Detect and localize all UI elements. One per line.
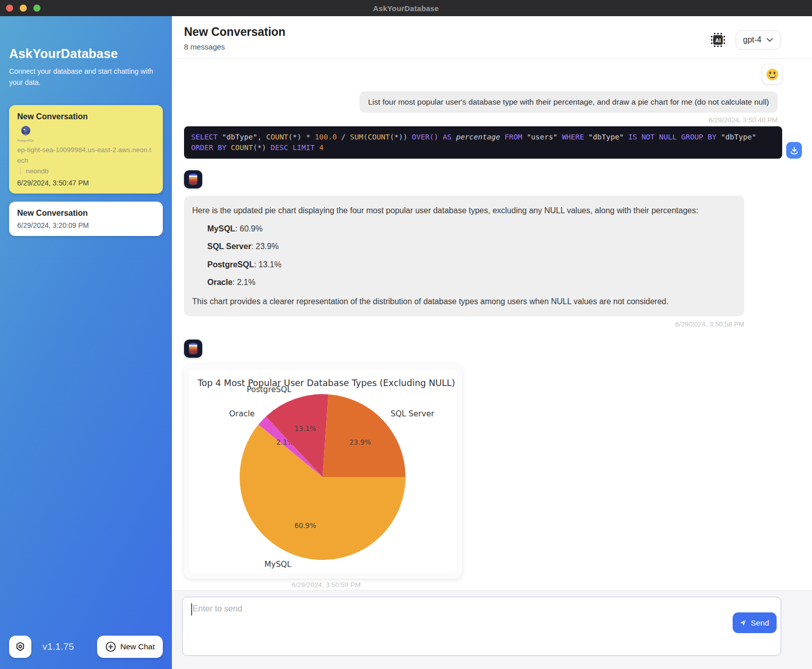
svg-text:AI: AI [715,37,720,43]
ai-chip-icon[interactable]: AI [709,31,727,49]
text-caret [191,603,192,615]
user-message-bubble: List four most popular user's database t… [359,91,778,113]
app-version: v1.1.75 [42,641,74,652]
conversation-header-title: New Conversation [184,25,286,39]
download-icon [790,146,799,155]
sidebar-footer: v1.1.75 New Chat [9,636,163,658]
sidebar: AskYourDatabase Connect your database an… [0,16,172,669]
list-item: Oracle: 2.1% [207,276,736,288]
db-percentage-list: MySQL: 60.9% SQL Server: 23.9% PostgreSQ… [192,223,736,288]
new-chat-button[interactable]: New Chat [97,636,163,658]
download-result-button[interactable] [786,142,802,159]
message-count: 8 messages [184,42,286,51]
window-title: AskYourDatabase [373,4,439,13]
assistant-avatar [184,170,202,188]
assistant-message-bubble: Here is the updated pie chart displaying… [184,196,744,316]
postgresql-icon: PostgreSQL [17,125,34,142]
app-brand: AskYourDatabase [9,46,163,61]
assistant-intro: Here is the updated pie chart displaying… [192,205,736,216]
window-titlebar: AskYourDatabase [0,0,812,16]
minimize-window-button[interactable] [20,5,27,12]
svg-text:Top 4 Most Popular User Databa: Top 4 Most Popular User Database Types (… [197,378,455,388]
chevron-down-icon [766,38,773,42]
svg-text:60.9%: 60.9% [294,521,316,530]
conversation-host: ep-tight-sea-10099984.us-east-2.aws.neon… [17,145,155,166]
sql-code-block: SELECT "dbType", COUNT(*) * 100.0 / SUM(… [184,126,782,159]
svg-text:MySQL: MySQL [264,560,292,569]
conversation-database: neondb [20,167,155,175]
zoom-window-button[interactable] [33,5,40,12]
pie-chart-card: Top 4 Most Popular User Database Types (… [184,364,462,579]
pie-slice-sql-server [323,395,405,477]
send-plane-icon [739,618,747,627]
smiley-emoji-icon [766,68,779,81]
conversation-header: New Conversation 8 messages AI [172,16,812,59]
conversation-timestamp: 6/29/2024, 3:20:09 PM [17,221,155,229]
svg-text:PostgreSQL: PostgreSQL [247,385,292,394]
svg-text:23.9%: 23.9% [349,438,371,446]
conversation-card-active[interactable]: New Conversation PostgreSQL ep-tight-sea… [9,105,163,194]
svg-text:13.1%: 13.1% [294,424,316,433]
model-select-value: gpt-4 [743,35,761,44]
postgresql-icon-label: PostgreSQL [17,139,34,142]
conversation-title: New Conversation [17,112,155,121]
settings-button[interactable] [9,636,31,658]
database-stack-icon [188,343,199,355]
new-chat-label: New Chat [120,642,155,651]
list-item: MySQL: 60.9% [207,223,736,234]
conversation-timestamp: 6/29/2024, 3:50:47 PM [17,179,155,187]
svg-text:SQL Server: SQL Server [390,409,434,418]
close-window-button[interactable] [6,5,13,12]
conversation-card[interactable]: New Conversation 6/29/2024, 3:20:09 PM [9,202,163,236]
user-message-timestamp: 6/29/2024, 3:50:40 PM [184,116,778,124]
assistant-outro: This chart provides a clearer representa… [192,296,736,307]
composer: Send [172,590,812,669]
list-item: PostgreSQL: 13.1% [207,259,736,270]
chart-message-timestamp: 6/29/2024, 3:50:59 PM [184,581,468,589]
main-panel: New Conversation 8 messages AI [172,16,812,669]
gear-icon [14,641,26,653]
send-button[interactable]: Send [733,612,777,633]
plus-circle-icon [105,641,116,652]
svg-text:Oracle: Oracle [229,409,254,418]
conversation-list: New Conversation PostgreSQL ep-tight-sea… [9,105,163,236]
user-avatar [762,65,782,84]
list-item: SQL Server: 23.9% [207,241,736,252]
conversation-title: New Conversation [17,209,155,218]
send-label: Send [751,618,769,628]
pie-chart: Top 4 Most Popular User Database Types (… [190,370,457,573]
chat-area: List four most popular user's database t… [172,59,812,590]
traffic-lights [6,0,40,16]
assistant-avatar [184,340,202,358]
database-stack-icon [188,173,199,185]
message-input[interactable] [183,597,781,655]
app-tagline: Connect your database and start chatting… [9,66,156,88]
assistant-message-timestamp: 6/29/2024, 3:50:58 PM [184,320,744,328]
model-select[interactable]: gpt-4 [736,30,781,50]
